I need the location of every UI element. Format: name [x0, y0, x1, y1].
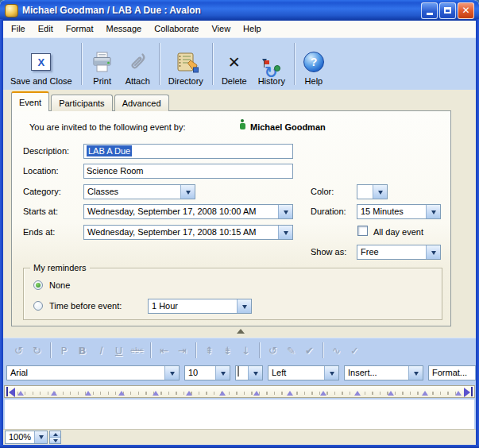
- menu-item-help[interactable]: Help: [237, 21, 268, 37]
- signature-icon[interactable]: ∿: [327, 345, 346, 357]
- menu-item-format[interactable]: Format: [60, 21, 100, 37]
- tabstop-marker[interactable]: [354, 391, 361, 396]
- tabstop-marker[interactable]: [17, 391, 24, 396]
- ruler[interactable]: [4, 385, 475, 398]
- tabstop-marker[interactable]: [118, 391, 125, 396]
- align-select[interactable]: Left: [268, 365, 339, 380]
- strikethrough-icon[interactable]: abc: [128, 346, 146, 354]
- window-border-bottom: [0, 445, 479, 448]
- spinner-down-button[interactable]: [50, 437, 60, 443]
- tabstop-marker[interactable]: [388, 391, 394, 396]
- tabstop-marker[interactable]: [219, 391, 226, 396]
- tab-event[interactable]: Event: [11, 91, 49, 111]
- menu-item-message[interactable]: Message: [100, 21, 149, 37]
- tab-participants[interactable]: Participants: [51, 95, 112, 111]
- reminder-time-select[interactable]: 1 Hour: [148, 299, 252, 314]
- zoom-dropdown-button[interactable]: [34, 431, 47, 443]
- tabstop-marker[interactable]: [186, 391, 192, 396]
- format-separator: [259, 342, 260, 358]
- close-icon: ✕: [462, 6, 469, 15]
- maximize-icon: [444, 7, 451, 14]
- redo-icon[interactable]: ↻: [28, 345, 46, 357]
- outdent-icon[interactable]: ⇤: [155, 345, 173, 357]
- toolbar-separator: [294, 43, 295, 85]
- menu-item-collaborate[interactable]: Collaborate: [148, 21, 205, 37]
- font-color-swatch: [238, 366, 239, 377]
- indent-icon[interactable]: ⇥: [173, 345, 191, 357]
- revert-icon[interactable]: ↺: [264, 345, 282, 357]
- tabstop-marker[interactable]: [455, 391, 462, 396]
- chevron-down-icon: [164, 366, 179, 380]
- menu-item-file[interactable]: File: [5, 21, 32, 37]
- spell-check-icon[interactable]: ✓: [346, 345, 364, 357]
- maximize-button[interactable]: [439, 2, 456, 19]
- format-separator: [323, 342, 323, 358]
- zoom-value: 100%: [6, 431, 34, 443]
- help-button[interactable]: ? Help: [298, 40, 330, 88]
- ends-at-select[interactable]: Wednesday, September 17, 2008 10:15 AM: [83, 225, 293, 240]
- location-input[interactable]: Science Room: [83, 164, 293, 179]
- reminder-time-radio[interactable]: [33, 301, 43, 311]
- reminder-none-radio[interactable]: [33, 280, 43, 290]
- menu-item-view[interactable]: View: [205, 21, 237, 37]
- spinner-up-button[interactable]: [50, 431, 60, 437]
- zoom-control[interactable]: 100%: [5, 431, 48, 444]
- attach-button[interactable]: Attach: [120, 40, 156, 88]
- toolbar-separator: [159, 43, 160, 85]
- chevron-down-icon: [475, 366, 476, 380]
- spacing-below-icon[interactable]: ⇟: [218, 345, 237, 357]
- show-as-label: Show as:: [311, 247, 346, 257]
- message-body[interactable]: [5, 400, 474, 429]
- menu-item-edit[interactable]: Edit: [32, 21, 60, 37]
- move-down-icon[interactable]: ↓: [237, 345, 255, 357]
- italic-icon[interactable]: I: [91, 345, 110, 357]
- color-select[interactable]: [357, 184, 388, 199]
- starts-at-select[interactable]: Wednesday, September 17, 2008 10:00 AM: [83, 204, 293, 219]
- font-color-select[interactable]: [235, 365, 263, 380]
- app-icon: [5, 4, 18, 17]
- close-button[interactable]: ✕: [458, 2, 474, 19]
- font-family-select[interactable]: Arial: [6, 365, 180, 380]
- chevron-down-icon: [278, 226, 292, 239]
- category-select[interactable]: Classes: [83, 184, 195, 199]
- undo-icon[interactable]: ↺: [10, 345, 28, 357]
- organizer-person-icon: [239, 119, 245, 130]
- tab-strip: Event Participants Advanced: [11, 93, 171, 111]
- left-margin-marker[interactable]: [6, 387, 15, 396]
- window-border-right: [476, 19, 479, 448]
- help-icon: ?: [303, 52, 324, 72]
- delete-button[interactable]: ✕ Delete: [216, 40, 253, 88]
- printer-icon: [91, 49, 114, 75]
- pen-edit-icon[interactable]: ✎: [282, 345, 300, 357]
- pane-splitter[interactable]: [3, 326, 476, 338]
- tabstop-marker[interactable]: [153, 391, 159, 396]
- save-and-close-button[interactable]: X Save and Close: [5, 40, 78, 88]
- spacing-above-icon[interactable]: ⇞: [200, 345, 218, 357]
- minimize-button[interactable]: [421, 2, 438, 19]
- tabstop-marker[interactable]: [85, 391, 91, 396]
- history-button[interactable]: ↻ History: [253, 40, 291, 88]
- color-label: Color:: [311, 187, 334, 196]
- font-size-select[interactable]: 10: [184, 365, 230, 380]
- description-input[interactable]: LAB A Due: [83, 144, 293, 159]
- splitter-grip-icon: [237, 329, 245, 334]
- right-margin-marker[interactable]: [464, 387, 473, 396]
- tabstop-marker[interactable]: [287, 391, 293, 396]
- chevron-down-icon: [324, 366, 338, 380]
- bold-icon[interactable]: B: [73, 345, 91, 357]
- tabstop-marker[interactable]: [320, 391, 326, 396]
- insert-select[interactable]: Insert...: [344, 365, 423, 380]
- all-day-checkbox[interactable]: [357, 226, 368, 236]
- tabstop-marker[interactable]: [422, 391, 428, 396]
- approve-edit-icon[interactable]: ✔: [300, 345, 319, 357]
- tabstop-marker[interactable]: [253, 391, 260, 396]
- format-select[interactable]: Format...: [428, 365, 476, 380]
- duration-select[interactable]: 15 Minutes: [357, 204, 441, 219]
- show-as-select[interactable]: Free: [357, 245, 441, 260]
- plain-text-icon[interactable]: P: [55, 345, 73, 357]
- directory-button[interactable]: Directory: [163, 40, 209, 88]
- tab-advanced[interactable]: Advanced: [114, 95, 169, 111]
- print-button[interactable]: Print: [85, 40, 120, 88]
- tabstop-marker[interactable]: [51, 391, 57, 396]
- underline-icon[interactable]: U: [110, 345, 128, 357]
